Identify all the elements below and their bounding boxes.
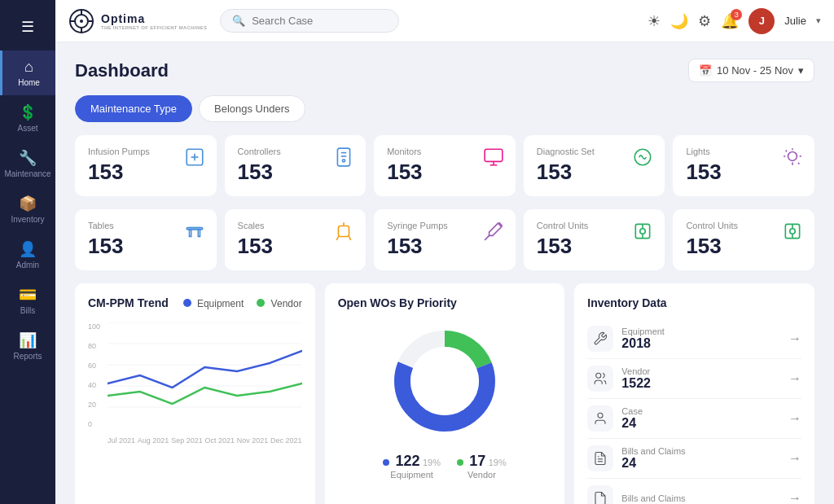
sidebar-item-bills[interactable]: 💳 Bills xyxy=(0,278,55,323)
y-label-40: 40 xyxy=(88,381,100,389)
sun-icon[interactable]: ☀ xyxy=(647,12,661,30)
stat-control-units-2[interactable]: Control Units 153 xyxy=(673,209,814,270)
stat-lights[interactable]: Lights 153 xyxy=(673,135,814,196)
chart-svg xyxy=(108,322,302,428)
stat-syringe-pumps[interactable]: Syringe Pumps 153 xyxy=(374,209,516,270)
svg-rect-10 xyxy=(338,148,350,166)
svg-point-17 xyxy=(788,152,797,161)
y-label-60: 60 xyxy=(88,362,100,370)
inventory-icon: 📦 xyxy=(19,195,37,213)
vendor-icon xyxy=(587,366,613,392)
svg-rect-25 xyxy=(189,230,191,237)
tabs: Maintenance Type Belongs Unders xyxy=(75,95,814,122)
equipment-dot xyxy=(183,299,191,307)
sidebar-item-maintenance[interactable]: 🔧 Maintenance xyxy=(0,141,55,186)
svg-line-30 xyxy=(337,237,339,240)
inventory-info-bills-2: Bills and Claims xyxy=(621,493,780,503)
inventory-item-bills-claims: Bills and Claims 24 → xyxy=(587,439,801,479)
arrow-bills[interactable]: → xyxy=(788,451,801,466)
sidebar-item-home[interactable]: ⌂ Home xyxy=(0,50,55,95)
svg-point-51 xyxy=(596,373,601,378)
y-label-100: 100 xyxy=(88,322,100,331)
logo: Optima THE INTERNET OF EFFICIENT MACHINE… xyxy=(68,8,207,34)
svg-line-21 xyxy=(798,163,800,164)
stat-controllers[interactable]: Controllers 153 xyxy=(225,135,367,196)
x-label-aug: Aug 2021 xyxy=(138,436,169,445)
stat-monitors[interactable]: Monitors 153 xyxy=(374,135,516,196)
asset-icon: 💲 xyxy=(19,103,37,121)
controllers-icon xyxy=(333,147,354,173)
chart-y-labels: 100 80 60 40 20 0 xyxy=(88,322,100,428)
content: Dashboard 📅 10 Nov - 25 Nov ▾ Maintenanc… xyxy=(55,42,834,504)
arrow-case[interactable]: → xyxy=(788,411,801,426)
sidebar-item-asset[interactable]: 💲 Asset xyxy=(0,95,55,141)
sidebar-item-reports[interactable]: 📊 Reports xyxy=(0,323,55,369)
page-header: Dashboard 📅 10 Nov - 25 Nov ▾ xyxy=(75,59,814,82)
donut-vendor-dot xyxy=(457,459,463,466)
header-actions: ☀ 🌙 ⚙ 🔔 3 J Julie ▾ xyxy=(647,8,821,34)
equipment-icon xyxy=(587,326,613,352)
main-area: Optima THE INTERNET OF EFFICIENT MACHINE… xyxy=(55,0,834,504)
sidebar-item-admin[interactable]: 👤 Admin xyxy=(0,232,55,278)
y-label-0: 0 xyxy=(88,420,100,428)
x-label-jul: Jul 2021 xyxy=(108,436,135,445)
search-input[interactable] xyxy=(252,15,387,27)
reports-icon: 📊 xyxy=(19,331,37,349)
calendar-icon: 📅 xyxy=(699,64,712,77)
stat-tables[interactable]: Tables 153 xyxy=(75,209,217,270)
inventory-info-equipment: Equipment 2018 xyxy=(621,327,780,351)
settings-icon[interactable]: ⚙ xyxy=(698,12,711,30)
sidebar-label-admin: Admin xyxy=(16,261,39,270)
app-subtitle: THE INTERNET OF EFFICIENT MACHINES xyxy=(101,25,207,30)
date-range-picker[interactable]: 📅 10 Nov - 25 Nov ▾ xyxy=(688,59,814,82)
page-title: Dashboard xyxy=(75,60,169,81)
arrow-bills-2[interactable]: → xyxy=(788,491,801,504)
stat-infusion-pumps[interactable]: Infusion Pumps 153 xyxy=(75,135,217,196)
search-bar[interactable]: 🔍 xyxy=(220,9,399,33)
user-dropdown-icon[interactable]: ▾ xyxy=(816,15,821,26)
inventory-info-vendor: Vendor 1522 xyxy=(621,366,780,391)
inventory-item-bills-claims-2: Bills and Claims → xyxy=(587,479,801,504)
avatar: J xyxy=(748,8,775,34)
arrow-vendor[interactable]: → xyxy=(788,371,801,386)
sidebar-label-bills: Bills xyxy=(20,306,35,315)
user-name[interactable]: Julie xyxy=(784,15,806,27)
sidebar-label-reports: Reports xyxy=(13,352,42,361)
chart-card: CM-PPM Trend Equipment Vendor xyxy=(75,283,315,504)
arrow-equipment[interactable]: → xyxy=(788,331,801,346)
moon-icon[interactable]: 🌙 xyxy=(670,12,688,30)
donut-card: Open WOs By Priority xyxy=(325,283,565,504)
inventory-info-bills: Bills and Claims 24 xyxy=(621,446,780,471)
tab-maintenance-type[interactable]: Maintenance Type xyxy=(75,95,192,122)
chart-legend: Equipment Vendor xyxy=(183,298,302,309)
hamburger-button[interactable]: ☰ xyxy=(13,10,42,44)
svg-point-2 xyxy=(80,20,83,23)
sidebar-label-home: Home xyxy=(18,78,40,87)
svg-rect-26 xyxy=(198,230,200,237)
home-icon: ⌂ xyxy=(24,59,33,76)
svg-line-20 xyxy=(786,151,788,152)
control-units-2-icon xyxy=(782,221,803,247)
lights-icon xyxy=(782,147,803,173)
stat-control-units-1[interactable]: Control Units 153 xyxy=(524,209,665,270)
svg-point-35 xyxy=(640,229,646,234)
tab-belongs-unders[interactable]: Belongs Unders xyxy=(199,95,305,122)
y-label-20: 20 xyxy=(88,401,100,409)
inventory-item-equipment: Equipment 2018 → xyxy=(587,319,801,359)
svg-line-33 xyxy=(485,235,489,239)
inventory-card: Inventory Data Equipment 2018 → xyxy=(574,283,814,504)
svg-line-31 xyxy=(349,237,351,240)
stat-diagnostic-set[interactable]: Diagnostic Set 153 xyxy=(524,135,665,196)
stats-row-2: Tables 153 Scales 153 Syringe Pumps 153 xyxy=(75,209,814,270)
notification-bell[interactable]: 🔔 3 xyxy=(721,12,739,30)
legend-equipment: Equipment xyxy=(183,298,244,309)
bills-claims-icon xyxy=(587,445,613,471)
x-label-dec: Dec 2021 xyxy=(270,436,302,445)
chart-x-labels: Jul 2021 Aug 2021 Sep 2021 Oct 2021 Nov … xyxy=(108,436,302,445)
donut-equipment-dot xyxy=(383,459,389,466)
sidebar-item-inventory[interactable]: 📦 Inventory xyxy=(0,186,55,232)
stats-row-1: Infusion Pumps 153 Controllers 153 Monit… xyxy=(75,135,814,196)
sidebar-label-inventory: Inventory xyxy=(11,215,44,224)
svg-rect-28 xyxy=(339,226,349,237)
stat-scales[interactable]: Scales 153 xyxy=(225,209,367,270)
